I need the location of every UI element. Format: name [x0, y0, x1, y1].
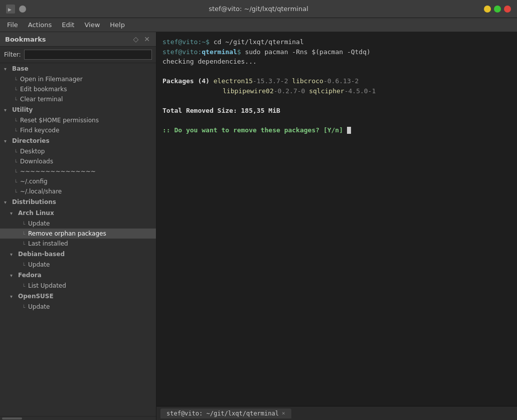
sidebar-item-fedora-list-updated[interactable]: └ List Updated: [0, 281, 156, 291]
sidebar: Bookmarks ◇ ✕ Filter: ▾ Base └ Open in F…: [0, 32, 156, 420]
sidebar-item-arch-remove-orphan[interactable]: └ Remove orphan packages: [0, 229, 156, 239]
sidebar-close-icon[interactable]: ✕: [143, 35, 151, 43]
sidebar-item-debian-update[interactable]: └ Update: [0, 260, 156, 270]
section-base-label: Base: [12, 65, 29, 72]
app-icon: ▶: [6, 5, 15, 14]
section-base[interactable]: ▾ Base: [0, 63, 156, 74]
chevron-distributions-icon: ▾: [4, 199, 10, 205]
section-opensuse[interactable]: ▾ OpenSUSE: [0, 291, 156, 302]
pkg-sqlcipher: sqlcipher: [309, 87, 344, 95]
sidebar-item-open-filemanager[interactable]: └ Open in Filemanager: [0, 74, 156, 84]
sidebar-item-opensuse-update[interactable]: └ Update: [0, 302, 156, 312]
item-label: List Updated: [28, 282, 66, 289]
filter-row: Filter:: [0, 47, 156, 63]
terminal-line-3: checking dependencies...: [162, 57, 511, 67]
prompt-dollar-2: $: [237, 48, 241, 56]
bullet-icon: └: [14, 118, 18, 122]
terminal-line-question: :: Do you want to remove these packages?…: [162, 125, 511, 135]
sidebar-item-desktop[interactable]: └ Desktop: [0, 146, 156, 156]
menu-file[interactable]: File: [2, 19, 23, 31]
sidebar-scrollbar[interactable]: [0, 416, 156, 420]
close-button[interactable]: [504, 6, 511, 13]
window-controls: [484, 6, 511, 13]
sidebar-item-arch-last-installed[interactable]: └ Last installed: [0, 239, 156, 249]
terminal-content[interactable]: stef@vito:~$ cd ~/git/lxqt/qterminal ste…: [156, 32, 517, 406]
bullet-icon: └: [14, 97, 18, 101]
bullet-icon: └: [14, 87, 18, 91]
terminal-tab-1[interactable]: stef@vito: ~/git/lxqt/qterminal ×: [160, 408, 291, 418]
section-fedora[interactable]: ▾ Fedora: [0, 270, 156, 281]
cmd-1: cd ~/git/lxqt/qterminal: [214, 38, 304, 46]
bullet-icon: └: [14, 159, 18, 163]
item-label: Remove orphan packages: [28, 230, 106, 237]
menu-help[interactable]: Help: [105, 19, 130, 31]
maximize-button[interactable]: [494, 6, 501, 13]
section-debian-label: Debian-based: [18, 251, 65, 258]
bullet-icon: └: [14, 179, 18, 183]
sidebar-pin-icon[interactable]: ◇: [132, 35, 140, 43]
sidebar-header-icons: ◇ ✕: [132, 35, 151, 43]
sidebar-title: Bookmarks: [5, 36, 46, 43]
bullet-icon: └: [22, 284, 26, 288]
chevron-directories-icon: ▾: [4, 138, 10, 144]
chevron-utility-icon: ▾: [4, 107, 10, 113]
terminal-line-packages2: libpipewire02-0.2.7-0 sqlcipher-4.5.0-1: [162, 86, 511, 96]
pkg-electron15: electron15: [214, 77, 253, 85]
bullet-icon: └: [14, 77, 18, 81]
section-debian[interactable]: ▾ Debian-based: [0, 249, 156, 260]
pkg-libpipewire: libpipewire02: [223, 87, 274, 95]
menu-actions[interactable]: Actions: [23, 19, 57, 31]
titlebar-left: ▶: [6, 5, 26, 14]
section-directories[interactable]: ▾ Directories: [0, 135, 156, 146]
term-total: Total Removed Size: 185,35 MiB: [162, 107, 280, 114]
section-arch-linux[interactable]: ▾ Arch Linux: [0, 207, 156, 219]
filter-input[interactable]: [24, 50, 152, 60]
chevron-debian-icon: ▾: [10, 252, 16, 257]
pkg-electron15-ver: -15.3.7-2: [253, 77, 292, 85]
item-label: Clear terminal: [20, 96, 63, 103]
prompt-2: stef@vito:: [162, 48, 202, 56]
pkg-libcroco-ver: -0.6.13-2: [323, 77, 359, 85]
terminal-line-packages: Packages (4) electron15-15.3.7-2 libcroc…: [162, 76, 511, 86]
terminal-line-total: Total Removed Size: 185,35 MiB: [162, 106, 511, 116]
section-utility[interactable]: ▾ Utility: [0, 104, 156, 115]
filter-label: Filter:: [4, 51, 21, 58]
section-distributions[interactable]: ▾ Distributions: [0, 196, 156, 207]
menu-edit[interactable]: Edit: [57, 19, 79, 31]
item-label: Update: [28, 220, 50, 227]
section-distributions-label: Distributions: [12, 198, 56, 205]
titlebar-placeholder: [19, 6, 26, 13]
terminal-area: stef@vito:~$ cd ~/git/lxqt/qterminal ste…: [156, 32, 517, 420]
sidebar-item-edit-bookmarks[interactable]: └ Edit bookmarks: [0, 84, 156, 94]
bullet-icon: └: [22, 305, 26, 309]
pkg-libcroco: libcroco: [292, 77, 323, 85]
menu-view[interactable]: View: [79, 19, 105, 31]
sidebar-item-reset-home[interactable]: └ Reset $HOME permissions: [0, 115, 156, 125]
terminal-cursor: [347, 127, 351, 134]
sidebar-item-find-keycode[interactable]: └ Find keycode: [0, 125, 156, 135]
bullet-icon: └: [22, 232, 26, 236]
sidebar-item-config[interactable]: └ ~/.config: [0, 176, 156, 186]
terminal-tab-label: stef@vito: ~/git/lxqt/qterminal: [166, 410, 279, 417]
sidebar-item-arch-update[interactable]: └ Update: [0, 219, 156, 229]
item-label: Downloads: [20, 158, 53, 165]
terminal-tab-close-icon[interactable]: ×: [282, 410, 285, 416]
sidebar-item-downloads[interactable]: └ Downloads: [0, 156, 156, 166]
bullet-icon: └: [14, 189, 18, 193]
item-label: Update: [28, 261, 50, 268]
item-label: Edit bookmarks: [20, 86, 67, 93]
window-title: stef@vito: ~/git/lxqt/qterminal: [209, 5, 308, 13]
sidebar-content: ▾ Base └ Open in Filemanager └ Edit book…: [0, 63, 156, 416]
section-utility-label: Utility: [12, 106, 33, 113]
sidebar-item-local-share[interactable]: └ ~/.local/share: [0, 186, 156, 196]
chevron-opensuse-icon: ▾: [10, 294, 16, 299]
bullet-icon: └: [22, 263, 26, 267]
sidebar-item-separator: └ ~~~~~~~~~~~~~~~: [0, 166, 156, 176]
terminal-line-2: stef@vito:qterminal$ sudo pacman -Rns $(…: [162, 47, 511, 57]
prompt-dir-2: qterminal: [202, 48, 237, 56]
section-fedora-label: Fedora: [18, 272, 42, 279]
term-packages-header: Packages (4): [162, 77, 214, 85]
sidebar-item-clear-terminal[interactable]: └ Clear terminal: [0, 94, 156, 104]
minimize-button[interactable]: [484, 6, 491, 13]
bullet-icon: └: [14, 149, 18, 153]
